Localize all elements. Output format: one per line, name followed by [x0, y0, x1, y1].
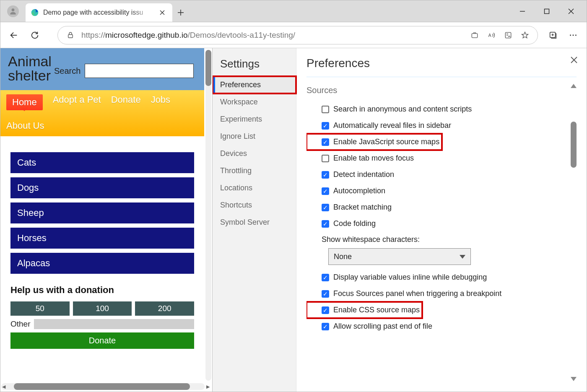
pref-option[interactable]: Code folding	[306, 215, 577, 232]
new-tab-button[interactable]	[172, 3, 189, 22]
minimize-button[interactable]	[510, 3, 535, 20]
section-sources: Sources	[306, 86, 577, 95]
nav-jobs[interactable]: Jobs	[151, 94, 170, 110]
checkbox[interactable]	[322, 274, 329, 281]
sidebar-item-throttling[interactable]: Throttling	[213, 162, 296, 179]
whitespace-value: None	[334, 252, 352, 261]
pref-option[interactable]: Enable tab moves focus	[306, 150, 577, 166]
preferences-panel: Preferences Sources Search in anonymous …	[296, 48, 587, 392]
sidebar-item-experiments[interactable]: Experiments	[213, 111, 296, 128]
donate-button[interactable]: Donate	[10, 332, 194, 349]
site-search-input[interactable]	[85, 64, 194, 78]
checkbox[interactable]	[322, 204, 329, 211]
checkbox[interactable]	[322, 220, 329, 228]
settings-title: Settings	[213, 56, 296, 76]
checkbox[interactable]	[322, 106, 329, 113]
scroll-up-icon[interactable]	[571, 84, 577, 88]
scrollbar-thumb[interactable]	[14, 383, 190, 390]
window-close-button[interactable]	[559, 3, 583, 20]
horizontal-scrollbar[interactable]: ◀ ▶	[1, 383, 205, 390]
pref-option-label: Enable CSS source maps	[333, 306, 420, 314]
sidebar-item-locations[interactable]: Locations	[213, 179, 296, 197]
pref-option-label: Detect indentation	[333, 170, 394, 179]
donation-section: Help us with a donation 50 100 200 Other…	[0, 280, 204, 357]
scroll-right-icon[interactable]: ▶	[205, 383, 211, 390]
donation-amount[interactable]: 100	[73, 301, 132, 316]
checkbox[interactable]	[322, 155, 329, 162]
collections-icon[interactable]	[544, 26, 562, 44]
reader-icon[interactable]	[502, 29, 514, 41]
category-item[interactable]: Dogs	[10, 177, 194, 198]
category-item[interactable]: Alpacas	[10, 253, 194, 274]
maximize-button[interactable]	[535, 3, 559, 20]
svg-point-0	[12, 8, 15, 11]
scroll-left-icon[interactable]: ◀	[0, 383, 7, 390]
search-label: Search	[54, 66, 81, 76]
checkbox[interactable]	[322, 323, 329, 330]
sidebar-item-devices[interactable]: Devices	[213, 145, 296, 162]
nav-about[interactable]: About Us	[6, 120, 198, 131]
nav-adopt[interactable]: Adopt a Pet	[53, 94, 101, 110]
sidebar-item-ignorelist[interactable]: Ignore List	[213, 128, 296, 145]
checkbox[interactable]	[322, 171, 329, 179]
pref-option-label: Enable tab moves focus	[333, 154, 414, 163]
nav-donate[interactable]: Donate	[111, 94, 141, 110]
scrollbar-thumb[interactable]	[571, 122, 577, 168]
pref-option[interactable]: Automatically reveal files in sidebar	[306, 117, 577, 134]
pref-option[interactable]: Bracket matching	[306, 199, 577, 215]
back-button[interactable]	[5, 26, 23, 44]
whitespace-select[interactable]: None	[328, 248, 471, 265]
read-aloud-icon[interactable]: A	[486, 29, 497, 41]
pref-option-label: Display variable values inline while deb…	[333, 273, 487, 282]
favorite-icon[interactable]	[519, 29, 531, 41]
close-settings-button[interactable]	[567, 53, 581, 67]
scroll-down-icon[interactable]	[571, 377, 577, 381]
category-item[interactable]: Sheep	[10, 202, 194, 223]
preferences-title: Preferences	[306, 57, 577, 77]
window-controls	[510, 0, 587, 22]
sidebar-item-workspace[interactable]: Workspace	[213, 93, 296, 111]
category-item[interactable]: Horses	[10, 228, 194, 249]
pref-option[interactable]: Enable CSS source maps	[306, 302, 422, 318]
shopping-icon[interactable]	[469, 29, 481, 41]
site-title: Animalshelter	[8, 54, 52, 83]
checkbox[interactable]	[322, 306, 329, 314]
svg-rect-7	[545, 9, 549, 13]
pref-option[interactable]: Enable JavaScript source maps	[306, 134, 442, 150]
pref-option-label: Focus Sources panel when triggering a br…	[333, 289, 501, 298]
profile-button[interactable]	[0, 0, 26, 22]
donation-amount[interactable]: 200	[135, 301, 194, 316]
pref-option-label: Automatically reveal files in sidebar	[333, 121, 451, 130]
address-bar[interactable]: https://microsoftedge.github.io/Demos/de…	[57, 26, 538, 44]
vertical-scrollbar[interactable]	[205, 50, 211, 381]
checkbox[interactable]	[322, 290, 329, 298]
prefs-scrollbar[interactable]	[571, 84, 577, 381]
chevron-down-icon	[460, 255, 465, 259]
donation-other-input[interactable]	[34, 319, 194, 329]
checkbox[interactable]	[322, 138, 329, 146]
svg-point-23	[575, 34, 577, 36]
sidebar-item-preferences[interactable]: Preferences	[213, 76, 296, 93]
browser-tab[interactable]: Demo page with accessibility issu	[26, 3, 172, 22]
pref-option-label: Autocompletion	[333, 187, 385, 195]
close-tab-button[interactable]	[157, 8, 167, 18]
site-header: Animalshelter Search	[0, 48, 204, 90]
nav-home[interactable]: Home	[6, 94, 43, 110]
pref-option[interactable]: Focus Sources panel when triggering a br…	[306, 286, 577, 302]
pref-option[interactable]: Autocompletion	[306, 183, 577, 199]
pref-option[interactable]: Search in anonymous and content scripts	[306, 101, 577, 117]
sidebar-item-symbolserver[interactable]: Symbol Server	[213, 214, 296, 231]
pref-option[interactable]: Allow scrolling past end of file	[306, 318, 577, 335]
webpage-viewport: Animalshelter Search Home Adopt a Pet Do…	[0, 48, 213, 392]
donation-amount[interactable]: 50	[10, 301, 70, 316]
pref-option[interactable]: Detect indentation	[306, 166, 577, 183]
sidebar-item-shortcuts[interactable]: Shortcuts	[213, 197, 296, 214]
more-icon[interactable]	[564, 26, 582, 44]
category-item[interactable]: Cats	[10, 152, 194, 173]
pref-option-label: Code folding	[333, 219, 376, 228]
pref-option[interactable]: Display variable values inline while deb…	[306, 269, 577, 286]
checkbox[interactable]	[322, 122, 329, 130]
scrollbar-thumb[interactable]	[205, 50, 211, 86]
checkbox[interactable]	[322, 187, 329, 195]
refresh-button[interactable]	[26, 26, 44, 44]
